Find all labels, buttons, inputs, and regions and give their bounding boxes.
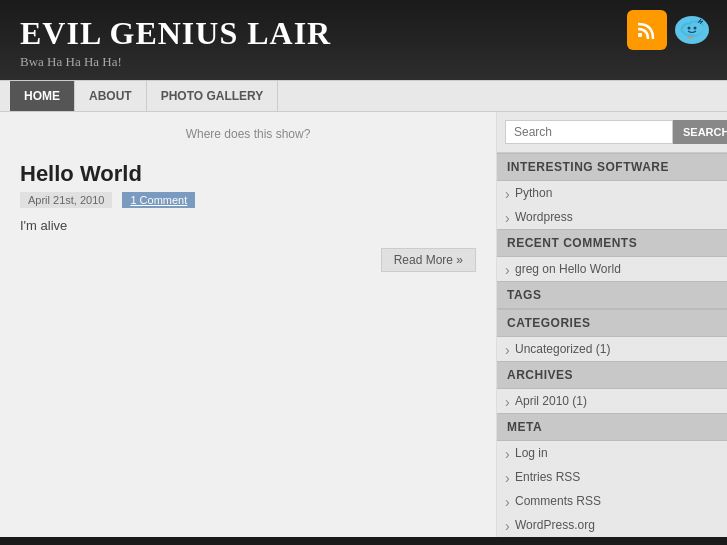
svg-rect-0 — [638, 33, 642, 37]
header-icons: 🐦 — [627, 10, 712, 50]
site-title-text: Evil Genius Lair — [20, 15, 331, 51]
search-button[interactable]: SEARCH — [673, 120, 727, 144]
section-archives: ARCHIVES — [497, 361, 727, 389]
post-meta: April 21st, 2010 1 Comment — [20, 192, 476, 208]
site-title: Evil Genius Lair — [20, 15, 707, 52]
section-meta: META — [497, 413, 727, 441]
sidebar-item-comments-rss[interactable]: Comments RSS — [497, 489, 727, 513]
site-header: Evil Genius Lair Bwa Ha Ha Ha Ha! 🐦 — [0, 0, 727, 80]
section-categories: CATEGORIES — [497, 309, 727, 337]
section-tags: TAGS — [497, 281, 727, 309]
sidebar: SEARCH INTERESTING SOFTWARE Python Wordp… — [497, 112, 727, 537]
sidebar-item-wordpress[interactable]: Wordpress — [497, 205, 727, 229]
section-recent-comments: RECENT COMMENTS — [497, 229, 727, 257]
sidebar-item-recent-comment-1[interactable]: greg on Hello World — [497, 257, 727, 281]
nav-home[interactable]: HOME — [10, 81, 75, 111]
main-content: Where does this show? Hello World April … — [0, 112, 497, 537]
site-footer: Copyright © Evil Genius Lair - Bwa Ha Ha… — [0, 537, 727, 545]
post-excerpt: I'm alive — [20, 218, 476, 233]
nav-photo-gallery[interactable]: PHOTO GALLERY — [147, 81, 279, 111]
post-date: April 21st, 2010 — [20, 192, 112, 208]
svg-point-3 — [688, 27, 691, 30]
post-comment-link[interactable]: 1 Comment — [122, 192, 195, 208]
svg-point-4 — [694, 27, 697, 30]
post: Hello World April 21st, 2010 1 Comment I… — [20, 161, 476, 272]
sidebar-item-uncategorized[interactable]: Uncategorized (1) — [497, 337, 727, 361]
twitter-icon[interactable]: 🐦 — [672, 10, 712, 50]
sidebar-item-wordpress-org[interactable]: WordPress.org — [497, 513, 727, 537]
description-bar: Where does this show? — [20, 127, 476, 141]
sidebar-item-python[interactable]: Python — [497, 181, 727, 205]
sidebar-item-login[interactable]: Log in — [497, 441, 727, 465]
site-tagline: Bwa Ha Ha Ha Ha! — [20, 54, 707, 70]
main-wrapper: Where does this show? Hello World April … — [0, 112, 727, 537]
read-more-button[interactable]: Read More » — [381, 248, 476, 272]
post-title: Hello World — [20, 161, 476, 187]
section-interesting-software: INTERESTING SOFTWARE — [497, 153, 727, 181]
sidebar-item-april-2010[interactable]: April 2010 (1) — [497, 389, 727, 413]
main-nav: HOME ABOUT PHOTO GALLERY — [0, 80, 727, 112]
rss-icon[interactable] — [627, 10, 667, 50]
sidebar-item-entries-rss[interactable]: Entries RSS — [497, 465, 727, 489]
nav-about[interactable]: ABOUT — [75, 81, 147, 111]
sidebar-search: SEARCH — [497, 112, 727, 153]
search-input[interactable] — [505, 120, 673, 144]
